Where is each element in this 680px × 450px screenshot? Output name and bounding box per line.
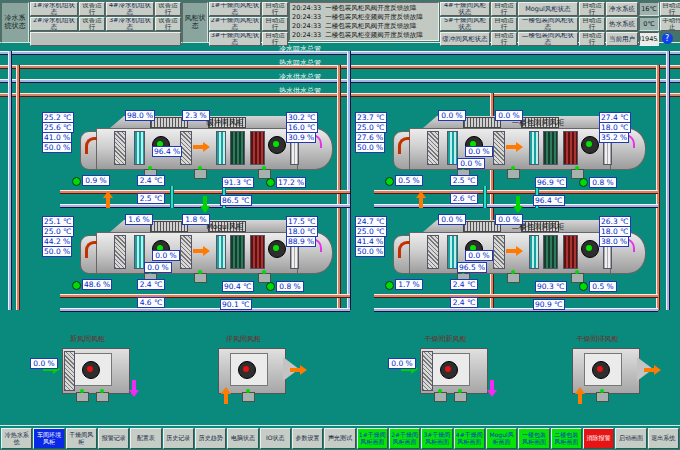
chiller-status-button[interactable]: 3#冷水机组状态 — [106, 17, 154, 31]
fan-unit-title: 新风间风柜 — [30, 334, 145, 344]
fan-icon — [268, 240, 286, 258]
damper-section — [114, 235, 126, 269]
ahu-title: 二楼包装间风柜 — [463, 222, 613, 232]
damper-actuator-icon — [96, 392, 109, 402]
riser-pipe — [656, 65, 660, 310]
bottom-button-10[interactable]: 声光测试 — [324, 428, 355, 449]
ahu-status-value: 自动运行 — [579, 32, 605, 46]
ahu-status-button[interactable]: 二楼包装间风柜状态 — [518, 32, 578, 46]
fan-unit: 干燥间排风柜 — [540, 334, 655, 406]
damper-position-box: 0.0 % — [438, 214, 466, 225]
riser-pipe — [16, 65, 20, 310]
fan-icon — [581, 136, 599, 154]
bottom-button-12[interactable]: 2#干燥间风柜画面 — [389, 428, 420, 449]
bottom-button-2[interactable]: 干燥间风柜 — [66, 428, 97, 449]
chiller-status-grid: 1#冷水机组状态设备运行4#冷水机组状态设备运行2#冷水机组状态设备运行3#冷水… — [30, 2, 181, 42]
ahu-status-button[interactable]: 1#干燥间风柜状态 — [209, 2, 261, 16]
airflow-arrow-icon — [193, 249, 203, 253]
bottom-button-5[interactable]: 历史记录 — [163, 428, 194, 449]
chilled-valve-icon[interactable] — [385, 177, 394, 186]
hot-supply-temp-box: 96.9 ℃ — [535, 177, 567, 188]
bottom-button-19[interactable]: 启动画面 — [615, 428, 646, 449]
chiller-status-button[interactable]: 1#冷水机组状态 — [30, 2, 78, 16]
ahu-status-button[interactable]: 缓冲间风柜状态 — [440, 32, 490, 46]
airflow-arrow-icon — [506, 249, 516, 253]
humidity-setpoint-box: 50.0 % — [355, 142, 385, 153]
filter-section — [529, 131, 539, 165]
chilled-valve-icon[interactable] — [385, 281, 394, 290]
chiller-group-label: 冷水系统状态 — [1, 2, 29, 43]
damper-actuator-icon — [434, 392, 447, 402]
bottom-button-6[interactable]: 历史趋势 — [195, 428, 226, 449]
hot-valve-icon[interactable] — [266, 178, 275, 187]
fan-icon — [82, 361, 100, 379]
hot-valve-icon[interactable] — [579, 178, 588, 187]
alarm-text: 一楼包装风柜风阀开度反馈故障 — [325, 4, 416, 13]
hot-valve-icon[interactable] — [266, 282, 275, 291]
bottom-button-11[interactable]: 1#干燥间风柜画面 — [357, 428, 388, 449]
damper-actuator-icon — [242, 392, 255, 402]
ahu-status-value: 自动运行 — [491, 32, 517, 46]
damper-actuator-icon — [76, 392, 89, 402]
fan-speed-box: 96.5 % — [457, 262, 487, 273]
damper-position-box: 0.0 % — [495, 214, 523, 225]
bottom-button-16[interactable]: 一楼包装风柜画面 — [518, 428, 549, 449]
humidity-setpoint-box: 50.0 % — [42, 142, 72, 153]
ahu-status-button[interactable]: 4#干燥间风柜状态 — [440, 2, 490, 16]
damper-position-box: 2.3 % — [182, 110, 210, 121]
alarm-time: 20:24:33 — [292, 22, 321, 31]
water-system-button[interactable]: 热水系统 — [606, 17, 638, 31]
fan-status-grid-left: 1#干燥间风柜状态自动运行2#干燥间风柜状态自动运行3#干燥间风柜状态自动运行 — [209, 2, 288, 42]
ahu-status-value: 自动运行 — [491, 17, 517, 31]
ahu-status-button[interactable]: 2#干燥间风柜状态 — [209, 17, 261, 31]
bottom-button-0[interactable]: 冷热水系统 — [1, 428, 32, 449]
chiller-status-button[interactable]: 4#冷水机组状态 — [106, 2, 154, 16]
bottom-button-17[interactable]: 二楼包装风柜画面 — [551, 428, 582, 449]
water-system-button[interactable]: 净水系统 — [606, 2, 638, 16]
top-status-bar: 冷水系统状态 1#冷水机组状态设备运行4#冷水机组状态设备运行2#冷水机组状态设… — [0, 0, 680, 43]
bottom-button-9[interactable]: 参数设置 — [292, 428, 323, 449]
pipe-label-hot-supply: 热水供水总管 — [235, 86, 365, 96]
help-button[interactable]: ? — [660, 32, 674, 44]
fan-speed-box: 0.0 % — [30, 358, 58, 369]
bottom-button-3[interactable]: 报警记录 — [98, 428, 129, 449]
fan-status-grid-right: 4#干燥间风柜状态自动运行5#干燥间风柜状态自动运行缓冲间风柜状态自动运行 — [440, 2, 517, 42]
bottom-button-7[interactable]: 电脑状态 — [227, 428, 258, 449]
bottom-button-20[interactable]: 退出系统 — [648, 428, 679, 449]
damper-actuator-icon — [454, 392, 467, 402]
alarm-list[interactable]: 20:24:33一楼包装风柜风阀开度反馈故障20:24:33一楼包装风柜变频阀开… — [289, 2, 439, 41]
ahu-status-value: 自动运行 — [262, 2, 288, 16]
inlet-duct-icon — [85, 241, 97, 258]
supply-air-arrow-icon — [516, 196, 520, 206]
damper-section — [493, 235, 505, 269]
filter-section — [216, 235, 226, 269]
bottom-button-8[interactable]: IO状态 — [260, 428, 291, 449]
fan-group-label: 风柜状态 — [182, 2, 208, 43]
ahu-status-button[interactable]: 一楼包装间风柜状态 — [518, 17, 578, 31]
ahu-unit: 24.7 ℃ 25.0 ℃ 41.4 % 50.0 % 二 — [353, 210, 653, 316]
chilled-valve-icon[interactable] — [72, 177, 81, 186]
bottom-button-14[interactable]: 4#干燥间风柜画面 — [454, 428, 485, 449]
bottom-button-15[interactable]: Mogul风柜画面 — [486, 428, 517, 449]
scada-hvac-screen: 冷水系统状态 1#冷水机组状态设备运行4#冷水机组状态设备运行2#冷水机组状态设… — [0, 0, 680, 450]
intake-arrow-icon — [224, 394, 228, 404]
bottom-button-18[interactable]: 消除报警 — [583, 428, 614, 449]
fan-speed-box: 0.0 % — [457, 158, 485, 169]
chiller-status-button[interactable]: 2#冷水机组状态 — [30, 17, 78, 31]
cooling-coil — [230, 131, 245, 165]
cooling-coil — [543, 235, 558, 269]
pipe-label-cold-supply: 冷水供水总管 — [235, 72, 365, 82]
fan-unit-title: 排风间风柜 — [186, 334, 301, 344]
bottom-button-4[interactable]: 配置表 — [130, 428, 161, 449]
chilled-valve-icon[interactable] — [72, 281, 81, 290]
hot-supply-temp-box: 90.4 ℃ — [222, 281, 254, 292]
fan-status-grid-right2: Mogul风柜状态自动运行一楼包装间风柜状态自动运行二楼包装间风柜状态自动运行 — [518, 2, 605, 42]
bottom-button-13[interactable]: 3#干燥间风柜画面 — [421, 428, 452, 449]
hot-valve-icon[interactable] — [579, 282, 588, 291]
riser-pipe — [666, 51, 670, 310]
ahu-status-button[interactable]: 5#干燥间风柜状态 — [440, 17, 490, 31]
airflow-arrow-icon — [193, 145, 203, 149]
damper-section — [180, 235, 192, 269]
bottom-button-1[interactable]: 车间环境风柜 — [33, 428, 64, 449]
ahu-status-button[interactable]: Mogul风柜状态 — [518, 2, 578, 16]
